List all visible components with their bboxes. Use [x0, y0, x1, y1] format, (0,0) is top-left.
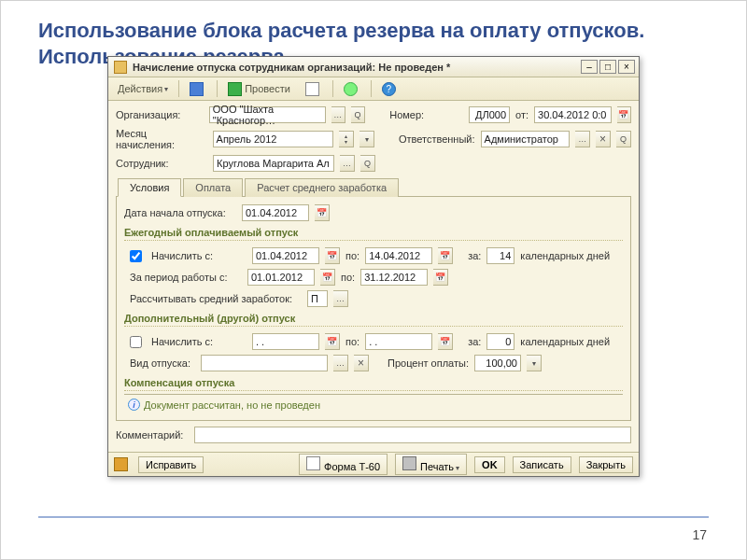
accrue2-from-picker[interactable]: [325, 333, 340, 350]
accrue2-to-picker[interactable]: [438, 333, 453, 350]
actions-menu[interactable]: Действия▾: [112, 79, 174, 98]
emp-input[interactable]: Круглова Маргарита Ал: [213, 155, 334, 172]
avg-label: Рассчитывать средний заработок:: [130, 293, 302, 304]
resp-label: Ответственный:: [399, 133, 475, 145]
close-form-button[interactable]: Закрыть: [579, 456, 633, 473]
titlebar: Начисление отпуска сотрудникам организац…: [108, 57, 639, 77]
days2-label: за:: [468, 336, 481, 347]
type-label: Вид отпуска:: [130, 357, 195, 369]
date-picker[interactable]: [617, 106, 631, 123]
toolbar: Действия▾ Провести ?: [108, 77, 639, 101]
accrue2-checkbox[interactable]: [130, 336, 142, 348]
org-label: Организация:: [116, 109, 204, 120]
emp-label: Сотрудник:: [116, 158, 207, 169]
type-picker[interactable]: [333, 355, 348, 371]
accrue1-checkbox[interactable]: [130, 250, 142, 262]
resp-input[interactable]: Администратор: [481, 131, 571, 147]
pct-label: Процент оплаты:: [388, 357, 469, 369]
emp-picker[interactable]: [340, 155, 355, 172]
days2-input[interactable]: 0: [486, 333, 514, 350]
accrue1-to-picker[interactable]: [438, 247, 453, 264]
print-icon: [402, 456, 416, 470]
start-date-input[interactable]: 01.04.2012: [242, 204, 309, 221]
minimize-button[interactable]: –: [581, 60, 598, 74]
app-window: Начисление отпуска сотрудникам организац…: [107, 56, 640, 477]
calc-icon: [305, 82, 319, 96]
group-annual: Ежегодный оплачиваемый отпуск: [124, 227, 623, 241]
help-button[interactable]: ?: [376, 79, 404, 98]
tab-conditions[interactable]: Условия: [118, 178, 181, 197]
type-input[interactable]: [201, 355, 328, 371]
close-button[interactable]: ×: [618, 60, 635, 74]
to1-label: по:: [345, 250, 359, 261]
save-icon: [190, 82, 204, 96]
period-label: За период работы с:: [130, 272, 242, 283]
formt60-button[interactable]: Форма Т-60: [299, 454, 388, 475]
gear-button[interactable]: [338, 79, 366, 98]
org-input[interactable]: ООО "Шахта "Красногор…: [209, 106, 326, 123]
days2-text: календарных дней: [520, 336, 610, 347]
pct-input[interactable]: 100,00: [474, 355, 521, 371]
print-button[interactable]: Печать▾: [395, 454, 467, 475]
form-body: Организация: ООО "Шахта "Красногор… Номе…: [108, 101, 639, 452]
date-input[interactable]: 30.04.2012 0:0: [534, 106, 612, 123]
date-label: от:: [515, 109, 529, 120]
accrue1-from[interactable]: 01.04.2012: [252, 247, 319, 264]
group-compensation: Компенсация отпуска: [124, 377, 623, 391]
period-to-picker[interactable]: [433, 269, 448, 286]
help-icon: ?: [382, 82, 396, 96]
accrue2-from[interactable]: . .: [252, 333, 319, 350]
accrue2-to[interactable]: . .: [365, 333, 432, 350]
period-from-picker[interactable]: [320, 269, 335, 286]
info-icon: i: [128, 399, 140, 411]
pct-drop[interactable]: ▾: [527, 355, 542, 371]
status-bar: i Документ рассчитан, но не проведен: [124, 394, 623, 414]
resp-clear[interactable]: [596, 131, 611, 147]
type-clear[interactable]: [354, 355, 369, 371]
days1-label: за:: [468, 250, 481, 261]
accrue2-label: Начислить с:: [151, 336, 247, 347]
days1-input[interactable]: 14: [486, 247, 514, 264]
calc-button[interactable]: [300, 79, 328, 98]
num-input[interactable]: ДЛ000: [469, 106, 510, 123]
resp-picker[interactable]: [575, 131, 590, 147]
tab-body: Дата начала отпуска: 01.04.2012 Ежегодны…: [116, 197, 631, 421]
to2-label: по:: [345, 336, 359, 347]
start-date-picker[interactable]: [315, 204, 330, 221]
org-search[interactable]: [351, 106, 365, 123]
tab-average[interactable]: Расчет среднего заработка: [245, 178, 399, 197]
accrue1-from-picker[interactable]: [325, 247, 340, 264]
avg-picker[interactable]: [333, 290, 348, 307]
gear-icon: [344, 82, 358, 96]
org-picker[interactable]: [331, 106, 345, 123]
month-input[interactable]: Апрель 2012: [213, 131, 333, 147]
post-button[interactable]: Провести: [222, 79, 296, 98]
days1-text: календарных дней: [520, 250, 610, 261]
start-label: Дата начала отпуска:: [124, 207, 236, 218]
period-to[interactable]: 31.12.2012: [360, 269, 428, 286]
to-period-label: по:: [341, 272, 355, 283]
num-label: Номер:: [389, 109, 462, 120]
emp-search[interactable]: [360, 155, 375, 172]
tab-payment[interactable]: Оплата: [183, 178, 243, 197]
resp-search[interactable]: [616, 131, 631, 147]
month-label: Месяц начисления:: [116, 128, 207, 150]
avg-input[interactable]: П: [307, 290, 328, 307]
status-text: Документ рассчитан, но не проведен: [144, 399, 320, 411]
save-button[interactable]: [184, 79, 212, 98]
month-spin[interactable]: ▴▾: [339, 131, 354, 147]
window-title: Начисление отпуска сотрудникам организац…: [133, 62, 581, 73]
month-drop[interactable]: ▾: [359, 131, 374, 147]
accrue1-to[interactable]: 14.04.2012: [365, 247, 432, 264]
app-icon: [114, 61, 127, 74]
bottom-toolbar: Исправить Форма Т-60 Печать▾ OK Записать…: [108, 452, 639, 476]
period-from[interactable]: 01.01.2012: [247, 269, 315, 286]
lock-icon: [114, 457, 128, 471]
ok-button[interactable]: OK: [474, 456, 505, 473]
accrue1-label: Начислить с:: [151, 250, 247, 261]
tabstrip: Условия Оплата Расчет среднего заработка: [116, 177, 631, 197]
fix-button[interactable]: Исправить: [138, 456, 204, 473]
comment-input[interactable]: [194, 427, 631, 443]
maximize-button[interactable]: □: [599, 60, 616, 74]
write-button[interactable]: Записать: [513, 456, 571, 473]
